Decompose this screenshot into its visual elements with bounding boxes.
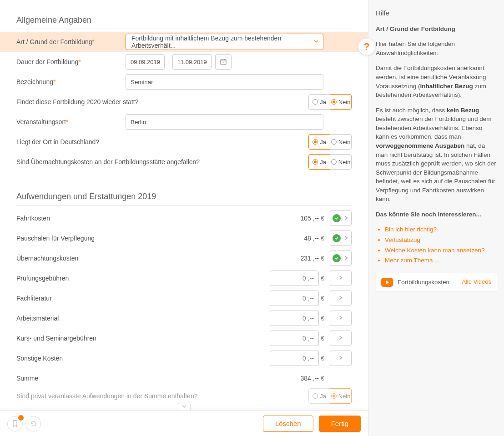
help-p2: Damit die Fortbildungskosten anerkannt w… <box>376 64 497 99</box>
help-title: Hilfe <box>376 8 497 18</box>
expense-detail-button[interactable] <box>330 251 352 266</box>
expense-detail-button[interactable] <box>330 331 352 346</box>
check-icon <box>333 214 341 222</box>
expense-value: 105 ,-- <box>292 215 319 222</box>
expense-value: 48 ,-- <box>292 235 319 242</box>
expense-label: Arbeitsmaterial <box>16 315 270 322</box>
chevron-right-icon <box>338 275 343 282</box>
input-date-from[interactable] <box>126 54 165 70</box>
sum-value: 384 ,-- <box>292 375 319 382</box>
chevron-right-icon <box>338 335 343 342</box>
expense-detail-button[interactable] <box>330 351 352 366</box>
currency: € <box>321 275 326 282</box>
expense-label: Pauschalen für Verpflegung <box>16 235 292 242</box>
expense-detail-button[interactable] <box>330 210 352 226</box>
radio-again-nein[interactable]: Nein <box>330 94 352 110</box>
row-bezeichnung: Bezeichnung* <box>16 72 352 92</box>
expense-label: Fachliteratur <box>16 295 270 302</box>
radio-privat-ja[interactable]: Ja <box>308 388 330 404</box>
label-ort: Veranstaltungsort <box>16 118 66 125</box>
date-separator: - <box>167 58 170 65</box>
chevron-right-icon <box>343 235 349 242</box>
currency: € <box>321 255 326 262</box>
section-expenses-title: Aufwendungen und Erstattungen 2019 <box>16 192 352 205</box>
expense-row: Prüfungsgebühren 0 ,-- € <box>16 268 352 288</box>
help-link[interactable]: Verlustabzug <box>385 236 420 243</box>
label-sum: Summe <box>16 375 292 382</box>
expense-label: Fahrtkosten <box>16 215 292 222</box>
chevron-right-icon <box>338 315 343 322</box>
expense-row: Übernachtungskosten 231 ,-- € <box>16 248 352 268</box>
help-interest-title: Das könnte Sie noch interessieren... <box>376 210 497 219</box>
bookmark-button[interactable] <box>7 416 23 431</box>
label-bezeichnung: Bezeichnung <box>16 78 53 85</box>
row-ort: Veranstaltungsort* <box>16 112 352 132</box>
expense-input[interactable]: 0 ,-- <box>270 331 319 346</box>
currency: € <box>321 355 326 362</box>
chevron-right-icon <box>338 355 343 362</box>
help-link[interactable]: Welche Kosten kann man ansetzen? <box>385 247 485 254</box>
undo-button[interactable] <box>25 416 41 431</box>
radio-in-de: Ja Nein <box>308 134 352 150</box>
input-date-to[interactable] <box>172 54 212 70</box>
row-in-de: Liegt der Ort in Deutschland? Ja Nein <box>16 132 352 152</box>
video-box: Fortbildungskosten Alle Videos <box>376 273 497 291</box>
help-p3: Es ist auch möglich, dass kein Bezug bes… <box>376 106 497 204</box>
radio-again-ja[interactable]: Ja <box>308 94 330 110</box>
radio-in-de-ja[interactable]: Ja <box>308 134 330 150</box>
currency: € <box>321 375 326 382</box>
row-sum: Summe 384 ,-- € <box>16 368 352 388</box>
dropdown-art[interactable]: Fortbildung mit inhaltlichem Bezug zum b… <box>126 34 323 50</box>
expense-row: Fahrtkosten 105 ,-- € <box>16 208 352 228</box>
expense-row: Sonstige Kosten 0 ,-- € <box>16 348 352 368</box>
row-uebernacht: Sind Übernachtungskosten an der Fortbild… <box>16 152 352 172</box>
delete-button[interactable]: Löschen <box>263 416 313 432</box>
currency: € <box>321 335 326 342</box>
calendar-button[interactable]: 7 <box>215 54 232 70</box>
help-bubble-button[interactable]: ? <box>358 38 375 55</box>
radio-uebernacht: Ja Nein <box>308 154 352 170</box>
radio-in-de-nein[interactable]: Nein <box>330 134 352 150</box>
expense-input[interactable]: 0 ,-- <box>270 291 319 306</box>
label-privat: Sind privat veranlasste Aufwendungen in … <box>16 392 197 400</box>
help-sidebar: Hilfe Art / Grund der Fortbildung Hier h… <box>368 0 504 436</box>
scroll-hint-icon[interactable] <box>178 402 191 410</box>
chevron-right-icon <box>343 255 349 262</box>
help-links: Bin ich hier richtig?VerlustabzugWelche … <box>376 225 497 265</box>
input-ort[interactable] <box>126 114 323 130</box>
main-content: Allgemeine Angaben Art / Grund der Fortb… <box>0 0 368 411</box>
radio-uebernacht-ja[interactable]: Ja <box>308 154 330 170</box>
all-videos-link[interactable]: Alle Videos <box>462 278 491 286</box>
label-again: Findet diese Fortbildung 2020 wieder sta… <box>16 98 139 105</box>
radio-uebernacht-nein[interactable]: Nein <box>330 154 352 170</box>
expense-label: Kurs- und Seminargebühren <box>16 335 270 342</box>
label-dauer: Dauer der Fortbildung <box>16 58 78 65</box>
currency: € <box>321 235 326 242</box>
expense-detail-button[interactable] <box>330 311 352 326</box>
video-label[interactable]: Fortbildungskosten <box>398 278 462 287</box>
row-dauer: Dauer der Fortbildung* - 7 <box>16 52 352 72</box>
expense-input[interactable]: 0 ,-- <box>270 351 319 366</box>
input-bezeichnung[interactable] <box>126 74 323 90</box>
expense-input[interactable]: 0 ,-- <box>270 271 319 286</box>
label-art: Art / Grund der Fortbildung <box>16 38 92 45</box>
label-uebernacht: Sind Übernachtungskosten an der Fortbild… <box>16 158 200 165</box>
done-button[interactable]: Fertig <box>319 416 361 432</box>
help-link[interactable]: Mehr zum Thema ... <box>385 257 440 264</box>
row-privat: Sind privat veranlasste Aufwendungen in … <box>16 388 352 404</box>
expense-value: 231 ,-- <box>292 255 319 262</box>
expense-row: Kurs- und Seminargebühren 0 ,-- € <box>16 328 352 348</box>
expense-detail-button[interactable] <box>330 271 352 286</box>
expense-row: Arbeitsmaterial 0 ,-- € <box>16 308 352 328</box>
expense-detail-button[interactable] <box>330 231 352 246</box>
help-link[interactable]: Bin ich hier richtig? <box>385 226 437 233</box>
check-icon <box>333 254 341 262</box>
bookmark-badge <box>18 415 24 421</box>
label-in-de: Liegt der Ort in Deutschland? <box>16 138 99 145</box>
row-again: Findet diese Fortbildung 2020 wieder sta… <box>16 92 352 112</box>
radio-privat-nein[interactable]: Nein <box>330 388 352 404</box>
expense-detail-button[interactable] <box>330 291 352 306</box>
play-icon[interactable] <box>381 278 393 287</box>
expense-input[interactable]: 0 ,-- <box>270 311 319 326</box>
dropdown-art-value: Fortbildung mit inhaltlichem Bezug zum b… <box>131 35 309 49</box>
